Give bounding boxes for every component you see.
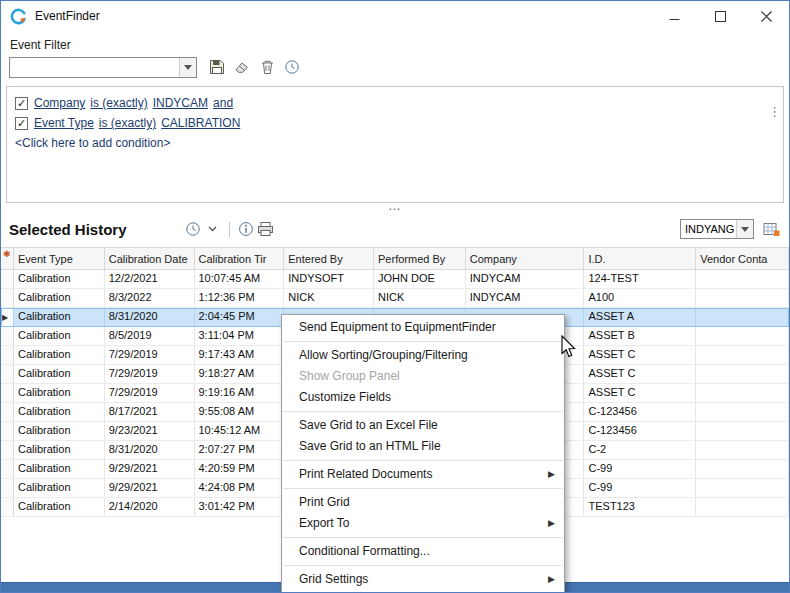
grid-cell[interactable]: ASSET A — [584, 308, 696, 326]
grid-cell[interactable] — [696, 460, 789, 478]
menu-item[interactable]: Save Grid to an HTML File — [282, 436, 564, 457]
grid-cell[interactable]: Calibration — [14, 289, 105, 307]
grid-cell[interactable] — [696, 441, 789, 459]
panel-resize-handle-right[interactable]: ⋮ — [768, 109, 781, 115]
grid-cell[interactable] — [696, 403, 789, 421]
menu-item[interactable]: Export To▶ — [282, 513, 564, 534]
grid-cell[interactable]: C-123456 — [584, 422, 696, 440]
condition-link[interactable]: is (exactly) — [90, 96, 147, 110]
add-condition-link[interactable]: <Click here to add condition> — [15, 136, 775, 150]
grid-cell[interactable]: 9/23/2021 — [105, 422, 195, 440]
grid-cell[interactable]: 9:17:43 AM — [195, 346, 285, 364]
minimize-button[interactable] — [651, 1, 697, 31]
condition-link[interactable]: Company — [34, 96, 85, 110]
menu-item[interactable]: Customize Fields — [282, 387, 564, 408]
grid-cell[interactable]: INDYCAM — [466, 270, 585, 288]
grid-cell[interactable]: 7/29/2019 — [105, 365, 195, 383]
grid-cell[interactable]: 7/29/2019 — [105, 346, 195, 364]
grid-cell[interactable]: Calibration — [14, 365, 105, 383]
menu-item[interactable]: Print Related Documents▶ — [282, 464, 564, 485]
grid-cell[interactable]: Calibration — [14, 308, 105, 326]
filter-history-button[interactable] — [281, 56, 303, 78]
user-combo-dropdown-icon[interactable] — [736, 220, 753, 238]
grid-cell[interactable] — [696, 498, 789, 516]
panel-resize-handle-bottom[interactable]: … — [1, 203, 789, 213]
menu-item[interactable]: Print Grid — [282, 492, 564, 513]
grid-cell[interactable]: Calibration — [14, 270, 105, 288]
grid-cell[interactable]: Calibration — [14, 498, 105, 516]
grid-cell[interactable]: NICK — [284, 289, 374, 307]
grid-cell[interactable]: Calibration — [14, 327, 105, 345]
grid-cell[interactable]: Calibration — [14, 346, 105, 364]
grid-cell[interactable]: 9:19:16 AM — [195, 384, 285, 402]
grid-cell[interactable] — [696, 289, 789, 307]
grid-cell[interactable]: 9/29/2021 — [105, 460, 195, 478]
column-header[interactable]: Calibration Date — [105, 248, 195, 269]
grid-cell[interactable]: Calibration — [14, 384, 105, 402]
grid-cell[interactable]: 4:24:08 PM — [195, 479, 285, 497]
table-row[interactable]: Calibration12/2/202110:07:45 AMINDYSOFTJ… — [1, 270, 789, 289]
grid-cell[interactable]: 10:07:45 AM — [195, 270, 285, 288]
column-header[interactable]: Performed By — [374, 248, 466, 269]
grid-cell[interactable]: C-123456 — [584, 403, 696, 421]
grid-cell[interactable]: Calibration — [14, 479, 105, 497]
user-combobox[interactable]: INDYANG — [680, 219, 754, 239]
grid-cell[interactable]: 10:45:12 AM — [195, 422, 285, 440]
info-button[interactable] — [236, 219, 256, 239]
grid-cell[interactable] — [696, 327, 789, 345]
grid-cell[interactable]: ASSET C — [584, 346, 696, 364]
column-header[interactable]: Vendor Conta — [696, 248, 789, 269]
save-filter-button[interactable] — [206, 56, 228, 78]
menu-item[interactable]: Allow Sorting/Grouping/Filtering — [282, 345, 564, 366]
grid-cell[interactable]: 8/17/2021 — [105, 403, 195, 421]
column-header[interactable]: Event Type — [14, 248, 105, 269]
delete-filter-button[interactable] — [256, 56, 278, 78]
grid-cell[interactable]: 4:20:59 PM — [195, 460, 285, 478]
grid-cell[interactable]: A100 — [584, 289, 696, 307]
column-header[interactable]: Company — [466, 248, 585, 269]
grid-cell[interactable]: JOHN DOE — [374, 270, 466, 288]
close-button[interactable] — [743, 1, 789, 31]
grid-cell[interactable]: ASSET C — [584, 365, 696, 383]
menu-item[interactable]: Conditional Formatting... — [282, 541, 564, 562]
grid-cell[interactable]: ASSET B — [584, 327, 696, 345]
condition-link[interactable]: INDYCAM — [153, 96, 208, 110]
grid-cell[interactable]: 3:11:04 PM — [195, 327, 285, 345]
condition-checkbox[interactable]: ✓ — [15, 117, 28, 130]
condition-link[interactable]: Event Type — [34, 116, 94, 130]
grid-layout-button[interactable] — [761, 219, 781, 239]
menu-item[interactable]: Grid Settings▶ — [282, 569, 564, 590]
event-filter-combobox[interactable] — [9, 57, 197, 78]
grid-cell[interactable]: 7/29/2019 — [105, 384, 195, 402]
history-clock-button[interactable] — [183, 219, 203, 239]
grid-cell[interactable]: C-99 — [584, 479, 696, 497]
grid-cell[interactable]: Calibration — [14, 422, 105, 440]
menu-item[interactable]: Save Grid to an Excel File — [282, 415, 564, 436]
grid-cell[interactable] — [696, 365, 789, 383]
grid-cell[interactable] — [696, 346, 789, 364]
condition-link[interactable]: CALIBRATION — [161, 116, 240, 130]
maximize-button[interactable] — [697, 1, 743, 31]
grid-cell[interactable] — [696, 384, 789, 402]
grid-cell[interactable]: TEST123 — [584, 498, 696, 516]
grid-cell[interactable]: 1:12:36 PM — [195, 289, 285, 307]
grid-cell[interactable]: 9:18:27 AM — [195, 365, 285, 383]
grid-cell[interactable]: NICK — [374, 289, 466, 307]
grid-cell[interactable]: C-99 — [584, 460, 696, 478]
grid-cell[interactable]: Calibration — [14, 460, 105, 478]
grid-cell[interactable]: 8/3/2022 — [105, 289, 195, 307]
grid-cell[interactable]: 8/31/2020 — [105, 441, 195, 459]
grid-cell[interactable]: C-2 — [584, 441, 696, 459]
column-header[interactable]: Calibration Tir — [195, 248, 285, 269]
grid-cell[interactable]: 8/5/2019 — [105, 327, 195, 345]
grid-cell[interactable]: 2:04:45 PM — [195, 308, 285, 326]
grid-cell[interactable]: INDYCAM — [466, 289, 585, 307]
grid-cell[interactable] — [696, 422, 789, 440]
column-header[interactable]: Entered By — [284, 248, 374, 269]
menu-item[interactable]: Send Equipment to EquipmentFinder — [282, 317, 564, 338]
grid-cell[interactable]: Calibration — [14, 403, 105, 421]
grid-cell[interactable]: 3:01:42 PM — [195, 498, 285, 516]
column-header[interactable]: I.D. — [584, 248, 696, 269]
condition-link[interactable]: is (exactly) — [99, 116, 156, 130]
grid-cell[interactable]: 2/14/2020 — [105, 498, 195, 516]
